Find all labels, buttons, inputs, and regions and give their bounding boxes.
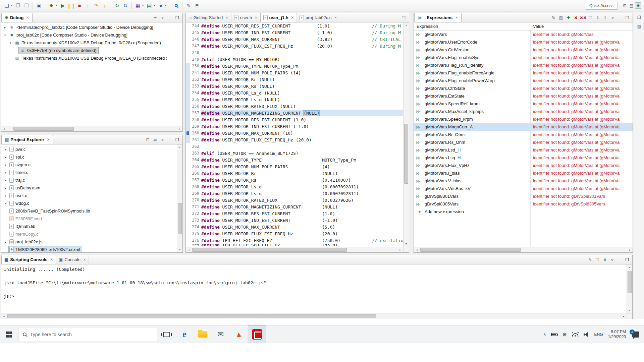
code-line[interactable]: 273#define USER_MOTOR_IND_EST_CURRENT (-…: [186, 217, 403, 224]
project-file-item[interactable]: ▸ausDelay.asm: [1, 184, 177, 192]
step-return-icon[interactable]: ↑: [101, 2, 109, 10]
annotate-icon[interactable]: ✎: [184, 2, 193, 10]
scroll-down-icon[interactable]: ▾: [404, 241, 409, 247]
editor-vscrollbar[interactable]: ▴ ▾: [403, 22, 409, 247]
code-line[interactable]: 264#define USER_MOTOR_TYPE MOTOR_Type_Pm: [186, 157, 403, 163]
debug-icon[interactable]: ✹: [47, 2, 55, 10]
code-line[interactable]: 271#define USER_MOTOR_MAGNETIZING_CURREN…: [186, 203, 403, 210]
close-icon[interactable]: ✕: [50, 258, 53, 261]
expression-row[interactable]: (x)=gMotorVarsidentifier not found: gMot…: [414, 31, 633, 38]
project-file-item[interactable]: ▸csvgen.c: [1, 161, 177, 169]
open-console-icon[interactable]: ❒: [594, 256, 601, 263]
new-wizard-icon[interactable]: ❏: [3, 2, 11, 10]
code-line[interactable]: 275#define USER_MOTOR_FLUX_EST_FREQ_Hz (…: [186, 230, 403, 237]
code-line[interactable]: 247#define USER_MOTOR_FLUX_EST_FREQ_Hz (…: [186, 43, 403, 49]
add-expression-icon[interactable]: ✚: [565, 14, 572, 21]
show-type-names-icon[interactable]: ↻: [550, 14, 557, 21]
taskbar-search[interactable]: [18, 328, 157, 341]
scroll-track[interactable]: [404, 28, 409, 241]
code-line[interactable]: 265#define USER_MOTOR_NUM_POLE_PAIRS (4): [186, 163, 403, 170]
scroll-left-icon[interactable]: ◂: [186, 247, 192, 253]
step-over-icon[interactable]: ↷: [92, 2, 100, 10]
console-output[interactable]: Initializing ...... (Completed) js:> loa…: [1, 264, 627, 313]
scroll-left-icon[interactable]: ◂: [1, 126, 7, 132]
project-file-item[interactable]: ▸cwdog.c: [1, 199, 177, 207]
code-line[interactable]: 246#define USER_MOTOR_MAX_CURRENT (3.82)…: [186, 36, 403, 43]
debug-hscrollbar[interactable]: ◂ ▸: [1, 126, 182, 131]
remove-all-expressions-icon[interactable]: ✖✖: [580, 14, 586, 21]
chevron-collapsed-icon[interactable]: ▸: [3, 156, 8, 159]
code-line[interactable]: 270#define USER_MOTOR_RATED_FLUX (0.0327…: [186, 197, 403, 203]
scroll-track[interactable]: [7, 126, 177, 131]
code-line[interactable]: 274#define USER_MOTOR_MAX_CURRENT (5.0): [186, 224, 403, 230]
close-icon[interactable]: ✕: [255, 16, 257, 19]
chevron-collapsed-icon[interactable]: ▸: [3, 194, 8, 197]
column-header-value[interactable]: Value: [530, 24, 633, 29]
file-explorer-app-icon[interactable]: [194, 325, 212, 343]
scroll-right-icon[interactable]: ▸: [621, 313, 627, 319]
code-line[interactable]: 250#define USER_MOTOR_TYPE MOTOR_Type_Pm: [186, 63, 403, 69]
scroll-track[interactable]: [420, 247, 627, 252]
expression-row[interactable]: (x)=gMotorVars.Rs_Ohmidentifier not foun…: [414, 138, 633, 146]
scroll-track[interactable]: [192, 247, 397, 252]
chevron-collapsed-icon[interactable]: ▸: [3, 179, 8, 182]
scroll-right-icon[interactable]: ▸: [177, 126, 182, 132]
close-icon[interactable]: ✕: [83, 258, 86, 261]
expression-row[interactable]: (x)=gMotorVars.VdcBus_kVidentifier not f…: [414, 185, 633, 192]
registers-icon[interactable]: ▤: [145, 2, 153, 10]
project-file-item[interactable]: ▸jsproj_lab02c.js: [1, 238, 177, 246]
save-all-icon[interactable]: ❒: [22, 2, 31, 10]
debug-tree-item[interactable]: ▦Texas Instruments XDS100v2 USB Debug Pr…: [1, 54, 182, 62]
taskbar-clock[interactable]: 9:07 PM 1/29/2020: [608, 329, 626, 340]
project-file-item[interactable]: ≡IQmath.lib: [1, 223, 177, 230]
scroll-thumb[interactable]: [628, 271, 632, 293]
console-hscrollbar[interactable]: ◂ ▸: [1, 313, 627, 319]
editor-tab-getting-started[interactable]: ⌂Getting Started✕: [186, 13, 231, 22]
editor-hscrollbar[interactable]: ◂ ▸: [186, 247, 403, 252]
minimize-icon[interactable]: –: [167, 136, 173, 143]
column-header-expression[interactable]: Expression: [414, 22, 530, 30]
ccs-debug-perspective-icon[interactable]: ✹: [635, 2, 641, 9]
editor-tab-user-h[interactable]: huser.h✕: [231, 13, 261, 22]
terminate-icon[interactable]: ■: [75, 2, 84, 10]
chevron-collapsed-icon[interactable]: ▸: [3, 171, 8, 174]
start-button[interactable]: [0, 325, 18, 343]
import-icon[interactable]: ⇩: [595, 14, 601, 21]
project-file-item[interactable]: ▸cspi.c: [1, 153, 177, 161]
restart-icon[interactable]: ↻: [113, 2, 121, 10]
chevron-expanded-icon[interactable]: ▾: [8, 41, 13, 45]
network-icon[interactable]: ⊕: [562, 325, 567, 343]
matlab-app-icon[interactable]: ▲: [230, 325, 248, 343]
console-view-icon[interactable]: ▣: [35, 2, 43, 10]
close-icon[interactable]: ✕: [26, 16, 29, 19]
expression-row[interactable]: (x)=gMotorVars.I_biasidentifier not foun…: [414, 169, 633, 177]
collapse-all-icon[interactable]: ⊟: [145, 136, 151, 143]
console-tab-scripting-console[interactable]: ▣Scripting Console✕: [2, 255, 56, 264]
tab-debug[interactable]: ✹ Debug ✕: [2, 13, 32, 22]
project-explorer-vscrollbar[interactable]: ▴ ▾: [177, 144, 182, 252]
scroll-down-icon[interactable]: ▾: [177, 247, 183, 252]
expression-row[interactable]: (x)=gMotorVars.Flag_enableForceAngleiden…: [414, 69, 633, 77]
code-line[interactable]: 267#define USER_MOTOR_Rs (0.4110007): [186, 177, 403, 183]
close-icon[interactable]: ✕: [334, 16, 337, 19]
scroll-thumb[interactable]: [178, 203, 182, 234]
scroll-up-icon[interactable]: ▴: [177, 144, 183, 150]
chevron-down-icon[interactable]: ▾: [56, 4, 58, 7]
debug-context-icon[interactable]: ✛: [152, 14, 158, 21]
chevron-collapsed-icon[interactable]: ▸: [2, 26, 8, 29]
code-line[interactable]: 259#define USER_MOTOR_IND_EST_CURRENT (-…: [186, 123, 403, 130]
expression-row[interactable]: (x)=gMotorVars.Lsq_Hidentifier not found…: [414, 154, 633, 162]
code-line[interactable]: 269#define USER_MOTOR_Ls_q (0.0007092811…: [186, 190, 403, 197]
expressions-hscrollbar[interactable]: ◂ ▸: [414, 247, 633, 252]
restore-panel-icon[interactable]: ▨: [636, 23, 642, 29]
minimize-icon[interactable]: –: [167, 14, 173, 21]
quick-access-button[interactable]: Quick Access: [585, 2, 618, 10]
scroll-left-icon[interactable]: ◂: [414, 247, 420, 253]
open-log-icon[interactable]: ✎: [587, 256, 593, 263]
scroll-thumb[interactable]: [13, 127, 74, 131]
action-center-button[interactable]: 2: [631, 325, 639, 343]
code-line[interactable]: 268#define USER_MOTOR_Ls_d (0.0007092811…: [186, 183, 403, 190]
scroll-thumb[interactable]: [420, 248, 521, 252]
expression-row[interactable]: (x)=gMotorVars.Rr_Ohmidentifier not foun…: [414, 131, 633, 138]
tray-chevron-up-icon[interactable]: ∧: [543, 325, 546, 343]
